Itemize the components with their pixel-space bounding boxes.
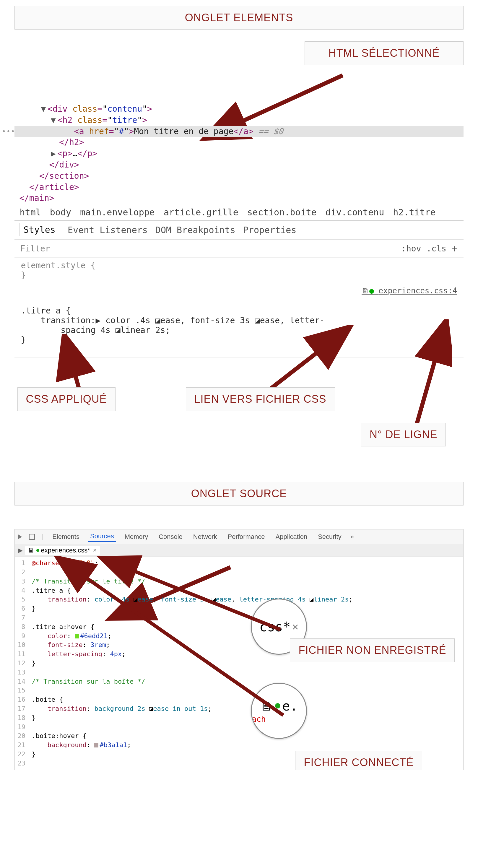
file-icon: 🗎 bbox=[260, 699, 273, 713]
file-icon: 🗎 bbox=[28, 547, 35, 554]
tree-line[interactable]: ▶<p>…</p> bbox=[14, 148, 464, 159]
device-icon[interactable] bbox=[29, 534, 35, 540]
tab-styles[interactable]: Styles bbox=[19, 223, 60, 236]
sources-panel: | Elements Sources Memory Console Networ… bbox=[14, 529, 464, 770]
crumb-item[interactable]: div.contenu bbox=[325, 207, 384, 217]
close-icon[interactable]: × bbox=[93, 547, 97, 554]
tree-line[interactable]: </article> bbox=[14, 182, 464, 193]
tab-memory[interactable]: Memory bbox=[123, 532, 150, 542]
open-files-bar: ▶ 🗎 experiences.css* × bbox=[14, 544, 464, 557]
label-html-selectionne: HTML SÉLECTIONNÉ bbox=[305, 41, 464, 65]
tree-line[interactable]: ▼<div class="contenu"> bbox=[14, 103, 464, 115]
file-tab-experiences[interactable]: 🗎 experiences.css* × bbox=[25, 546, 100, 555]
tab-event-listeners[interactable]: Event Listeners bbox=[68, 225, 148, 236]
labels-cluster: CSS APPLIQUÉ LIEN VERS FICHIER CSS N° DE… bbox=[14, 370, 464, 446]
tab-dom-breakpoints[interactable]: DOM Breakpoints bbox=[155, 225, 235, 236]
cls-toggle[interactable]: .cls bbox=[426, 244, 446, 253]
devtools-tabstrip: | Elements Sources Memory Console Networ… bbox=[14, 529, 464, 544]
crumb-item[interactable]: h2.titre bbox=[393, 207, 436, 217]
more-tabs-icon[interactable]: » bbox=[350, 533, 354, 541]
file-tab-label: experiences.css* bbox=[41, 547, 90, 554]
tree-line-selected[interactable]: <a href="#">Mon titre en de page</a> == … bbox=[14, 126, 464, 137]
tab-elements[interactable]: Elements bbox=[51, 532, 81, 542]
label-lien-css: LIEN VERS FICHIER CSS bbox=[186, 387, 335, 411]
tab-application[interactable]: Application bbox=[274, 532, 309, 542]
label-num-ligne: N° DE LIGNE bbox=[361, 423, 446, 446]
tab-console[interactable]: Console bbox=[157, 532, 184, 542]
breadcrumb[interactable]: html body main.enveloppe article.grille … bbox=[14, 204, 464, 221]
crumb-item[interactable]: section.boite bbox=[247, 207, 317, 217]
rule-element-style[interactable]: element.style { } bbox=[14, 258, 464, 283]
tab-sources[interactable]: Sources bbox=[88, 531, 116, 542]
crumb-item[interactable]: main.enveloppe bbox=[80, 207, 155, 217]
label-css-applique: CSS APPLIQUÉ bbox=[18, 387, 116, 411]
tab-properties[interactable]: Properties bbox=[243, 225, 297, 236]
tree-line[interactable]: </main> bbox=[14, 193, 464, 204]
tab-security[interactable]: Security bbox=[316, 532, 343, 542]
hov-toggle[interactable]: :hov bbox=[401, 244, 421, 253]
connected-dot-icon bbox=[36, 549, 39, 552]
close-icon: × bbox=[292, 620, 299, 633]
tab-network[interactable]: Network bbox=[191, 532, 219, 542]
elements-panel: ▼<div class="contenu"> ▼<h2 class="titre… bbox=[14, 103, 464, 358]
label-onglet-source: ONGLET SOURCE bbox=[14, 482, 464, 505]
crumb-item[interactable]: article.grille bbox=[164, 207, 238, 217]
label-onglet-elements: ONGLET ELEMENTS bbox=[14, 6, 464, 30]
crumb-item[interactable]: body bbox=[50, 207, 71, 217]
crumb-item[interactable]: html bbox=[20, 207, 41, 217]
add-rule-button[interactable]: + bbox=[452, 243, 457, 254]
inspect-icon[interactable] bbox=[18, 534, 22, 539]
css-file-link[interactable]: 🗎● experiences.css:4 bbox=[361, 286, 457, 295]
tree-line[interactable]: </section> bbox=[14, 170, 464, 182]
styles-subtabs: Styles Event Listeners DOM Breakpoints P… bbox=[14, 221, 464, 240]
connected-dot-icon bbox=[275, 703, 280, 709]
label-fichier-connecte: FICHIER CONNECTÉ bbox=[295, 751, 422, 770]
styles-filter-row: Filter :hov .cls + bbox=[14, 240, 464, 258]
tree-line[interactable]: ▼<h2 class="titre"> bbox=[14, 115, 464, 126]
rule-titre-a[interactable]: 🗎● experiences.css:4 .titre a { transiti… bbox=[14, 283, 464, 358]
label-fichier-non-enreg: FICHIER NON ENREGISTRÉ bbox=[290, 639, 455, 662]
line-gutter: 1234567891011121314151617181920212223 bbox=[15, 557, 28, 770]
tree-line[interactable]: </div> bbox=[14, 159, 464, 170]
zoom-green-dot: 🗎 e. ach bbox=[251, 683, 307, 739]
tree-line[interactable]: </h2> bbox=[14, 137, 464, 148]
filter-input[interactable]: Filter bbox=[21, 244, 50, 253]
tab-performance[interactable]: Performance bbox=[226, 532, 267, 542]
code-content[interactable]: @charset "UTF-8"; /* Transition sur le t… bbox=[28, 557, 356, 770]
code-editor[interactable]: 1234567891011121314151617181920212223 @c… bbox=[14, 557, 464, 770]
